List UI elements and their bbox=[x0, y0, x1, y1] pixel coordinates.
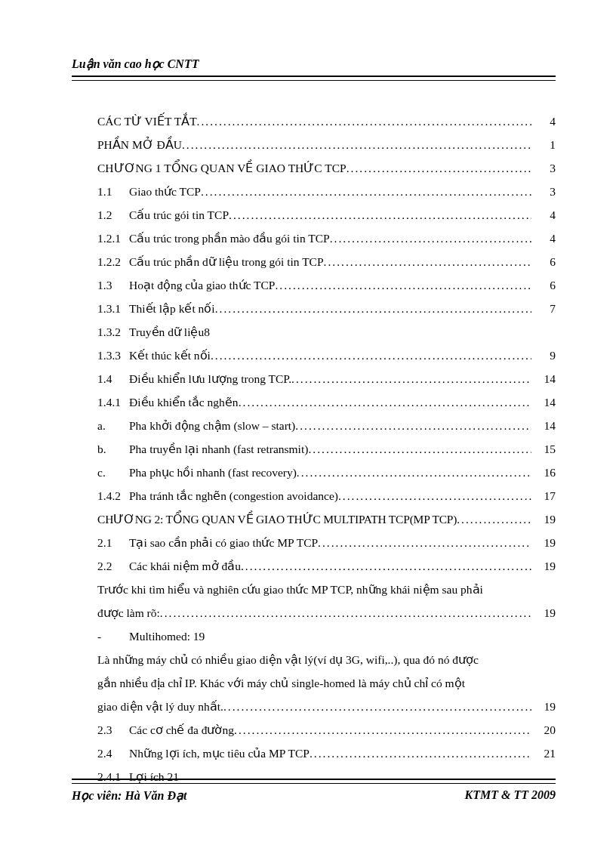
toc-title: Giao thức TCP bbox=[129, 180, 201, 203]
toc-row: 1.2.1Cấu trúc trong phần mào đầu gói tin… bbox=[97, 227, 556, 250]
toc-page: 6 bbox=[541, 250, 556, 273]
toc-number: 2.3 bbox=[97, 718, 129, 742]
toc-title: Truyền dữ liệu8 bbox=[129, 320, 210, 344]
toc-row: b.Pha truyền lại nhanh (fast retransmit)… bbox=[97, 437, 556, 461]
toc-row: 2.2Các khái niệm mở đầu19 bbox=[97, 554, 556, 578]
toc-leader bbox=[275, 273, 531, 297]
toc-leader bbox=[310, 742, 531, 765]
toc-leader bbox=[201, 180, 531, 203]
toc-page: 14 bbox=[541, 367, 556, 390]
toc-leader bbox=[211, 344, 531, 367]
toc-number: 1.3.1 bbox=[97, 297, 129, 320]
toc-leader bbox=[234, 718, 531, 742]
header-rule bbox=[72, 76, 556, 81]
toc-content: CÁC TỪ VIẾT TẮT4PHẦN MỞ ĐẦU1CHƯƠNG 1 TỔN… bbox=[72, 109, 556, 788]
toc-leader bbox=[295, 414, 531, 437]
toc-row: 2.1Tại sao cần phải có giao thức MP TCP1… bbox=[97, 531, 556, 554]
toc-page: 3 bbox=[541, 156, 556, 180]
toc-page: 4 bbox=[541, 109, 556, 133]
toc-title: CÁC TỪ VIẾT TẮT bbox=[97, 109, 197, 133]
paragraph-intro: Trước khi tìm hiểu và nghiên cứu giao th… bbox=[97, 578, 556, 601]
toc-page: 4 bbox=[541, 227, 556, 250]
toc-number: c. bbox=[97, 461, 129, 484]
page-header: Luận văn cao học CNTT bbox=[72, 57, 556, 71]
toc-leader bbox=[297, 461, 531, 484]
toc-leader bbox=[346, 156, 531, 180]
toc-title: Hoạt động của giao thức TCP bbox=[129, 273, 275, 297]
toc-leader bbox=[215, 297, 531, 320]
toc-number: 1.2 bbox=[97, 203, 129, 227]
toc-leader bbox=[182, 133, 531, 156]
toc-leader bbox=[197, 109, 531, 133]
toc-title: Những lợi ích, mục tiêu của MP TCP bbox=[129, 742, 310, 765]
toc-page: 20 bbox=[541, 718, 556, 742]
toc-title: Điều khiển tắc nghẽn bbox=[129, 390, 239, 414]
toc-number: 2.4 bbox=[97, 742, 129, 765]
toc-leader bbox=[457, 507, 531, 531]
toc-leader bbox=[308, 437, 531, 461]
toc-title: Pha truyền lại nhanh (fast retransmit) bbox=[129, 437, 308, 461]
toc-title: CHƯƠNG 1 TỔNG QUAN VỀ GIAO THỨC TCP bbox=[97, 156, 346, 180]
toc-page: 14 bbox=[541, 390, 556, 414]
toc-page: 16 bbox=[541, 461, 556, 484]
toc-title: Pha tránh tắc nghẽn (congestion avoidanc… bbox=[129, 484, 338, 507]
toc-page: 4 bbox=[541, 203, 556, 227]
toc-number: 1.3.3 bbox=[97, 344, 129, 367]
toc-number: b. bbox=[97, 437, 129, 461]
toc-multihomed: - Multihomed: 19 bbox=[97, 624, 556, 648]
toc-title: Kết thúc kết nối bbox=[129, 344, 211, 367]
toc-row: 1.4Điều khiển lưu lượng trong TCP.14 bbox=[97, 367, 556, 390]
toc-title: Tại sao cần phải có giao thức MP TCP bbox=[129, 531, 318, 554]
toc-number: a. bbox=[97, 414, 129, 437]
toc-number: 1.1 bbox=[97, 180, 129, 203]
toc-page: 19 bbox=[541, 554, 556, 578]
toc-page: 21 bbox=[541, 742, 556, 765]
paragraph-multihomed-last: giao diện vật lý duy nhất. 19 bbox=[97, 695, 556, 718]
toc-title: Pha khởi động chậm (slow – start) bbox=[129, 414, 295, 437]
toc-number: 1.4 bbox=[97, 367, 129, 390]
toc-number: 2.2 bbox=[97, 554, 129, 578]
toc-page: 19 bbox=[541, 507, 556, 531]
toc-page: 9 bbox=[541, 344, 556, 367]
toc-leader bbox=[239, 390, 531, 414]
footer-right: KTMT & TT 2009 bbox=[465, 788, 556, 803]
toc-title: PHẦN MỞ ĐẦU bbox=[97, 133, 182, 156]
toc-number: 1.3.2 bbox=[97, 320, 129, 344]
toc-row: CHƯƠNG 2: TỔNG QUAN VỀ GIAO THỨC MULTIPA… bbox=[97, 507, 556, 531]
toc-leader bbox=[330, 227, 531, 250]
toc-leader bbox=[241, 554, 531, 578]
toc-row: c.Pha phục hồi nhanh (fast recovery)16 bbox=[97, 461, 556, 484]
toc-row: 1.3.3Kết thúc kết nối9 bbox=[97, 344, 556, 367]
toc-row: CÁC TỪ VIẾT TẮT4 bbox=[97, 109, 556, 133]
toc-number: 1.4.2 bbox=[97, 484, 129, 507]
toc-row: a.Pha khởi động chậm (slow – start)14 bbox=[97, 414, 556, 437]
toc-title: Điều khiển lưu lượng trong TCP. bbox=[129, 367, 291, 390]
toc-title: Cấu trúc trong phần mào đầu gói tin TCP bbox=[129, 227, 330, 250]
toc-page: 17 bbox=[541, 484, 556, 507]
footer-left: Học viên: Hà Văn Đạt bbox=[72, 788, 186, 803]
toc-leader bbox=[338, 484, 531, 507]
toc-row: 1.3.2Truyền dữ liệu8 bbox=[97, 320, 556, 344]
toc-number: 1.2.1 bbox=[97, 227, 129, 250]
toc-row: PHẦN MỞ ĐẦU1 bbox=[97, 133, 556, 156]
toc-number: 1.4.1 bbox=[97, 390, 129, 414]
toc-row: 1.3.1Thiết lập kết nối7 bbox=[97, 297, 556, 320]
toc-title: Cấu trúc phần dữ liệu trong gói tin TCP bbox=[129, 250, 324, 273]
toc-page: 7 bbox=[541, 297, 556, 320]
toc-title: CHƯƠNG 2: TỔNG QUAN VỀ GIAO THỨC MULTIPA… bbox=[97, 507, 457, 531]
toc-title: Cấu trúc gói tin TCP bbox=[129, 203, 229, 227]
toc-page: 3 bbox=[541, 180, 556, 203]
toc-row: 1.2.2Cấu trúc phần dữ liệu trong gói tin… bbox=[97, 250, 556, 273]
toc-number: 1.3 bbox=[97, 273, 129, 297]
paragraph-multihomed-l2: gắn nhiều địa chỉ IP. Khác với máy chủ s… bbox=[97, 671, 556, 695]
toc-leader bbox=[324, 250, 531, 273]
toc-page: 6 bbox=[541, 273, 556, 297]
toc-row: 1.1Giao thức TCP3 bbox=[97, 180, 556, 203]
toc-row: CHƯƠNG 1 TỔNG QUAN VỀ GIAO THỨC TCP3 bbox=[97, 156, 556, 180]
toc-title: Các cơ chế đa đường bbox=[129, 718, 234, 742]
toc-page: 15 bbox=[541, 437, 556, 461]
toc-title: Thiết lập kết nối bbox=[129, 297, 215, 320]
toc-row: 1.2Cấu trúc gói tin TCP4 bbox=[97, 203, 556, 227]
toc-title: Pha phục hồi nhanh (fast recovery) bbox=[129, 461, 297, 484]
paragraph-multihomed-l1: Là những máy chủ có nhiều giao diện vật … bbox=[97, 648, 556, 671]
